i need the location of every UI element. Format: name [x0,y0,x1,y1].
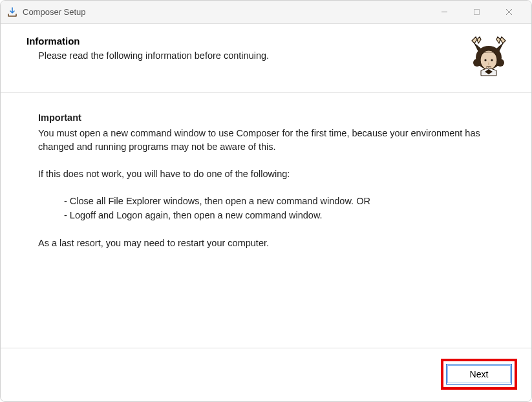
info-bullet-list: - Close all File Explorer windows, then … [38,195,496,222]
installer-window: Composer Setup Information Please read t… [0,0,532,402]
page-subheading: Please read the following information be… [27,50,459,61]
info-bullet-2: - Logoff and Logon again, then open a ne… [64,209,496,222]
composer-logo [465,36,512,82]
svg-rect-1 [474,10,479,15]
important-label: Important [38,111,496,124]
info-paragraph-2: If this does not work, you will have to … [38,167,496,180]
minimize-button[interactable] [428,1,460,24]
footer-area: Next [1,348,531,401]
app-icon [7,7,17,17]
content-area: Important You must open a new command wi… [1,93,531,348]
close-button[interactable] [493,1,525,24]
maximize-button[interactable] [460,1,493,24]
header-text: Information Please read the following in… [27,36,459,61]
page-heading: Information [27,36,459,47]
header-area: Information Please read the following in… [1,24,531,93]
next-button-highlight: Next [441,359,517,390]
info-bullet-1: - Close all File Explorer windows, then … [64,195,496,207]
svg-point-9 [496,59,504,67]
window-title: Composer Setup [23,7,86,17]
info-paragraph-3: As a last resort, you may need to restar… [38,237,496,249]
next-button[interactable]: Next [446,364,512,385]
svg-point-8 [473,59,481,67]
titlebar: Composer Setup [1,1,531,24]
svg-point-7 [491,59,493,61]
svg-point-6 [484,59,486,61]
info-paragraph-1: You must open a new command window to us… [38,127,496,153]
